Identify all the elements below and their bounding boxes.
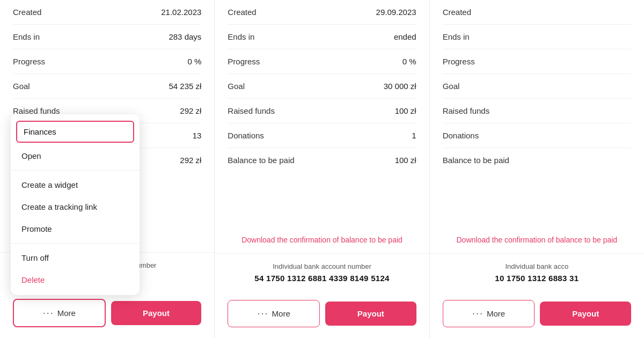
goal-row: Goal 54 235 zł bbox=[13, 74, 201, 99]
dropdown-create-widget[interactable]: Create a widget bbox=[11, 174, 140, 196]
c3-ends-in-label: Ends in bbox=[443, 32, 470, 41]
goal-value: 54 235 zł bbox=[169, 82, 201, 91]
cards-container: Created 21.02.2023 Ends in 283 days Prog… bbox=[0, 0, 644, 338]
c2-donations-row: Donations 1 bbox=[228, 123, 416, 148]
more-label-3: More bbox=[487, 309, 505, 318]
c3-created-label: Created bbox=[443, 8, 471, 17]
c3-goal-row: Goal bbox=[443, 74, 631, 99]
c2-raised-funds-row: Raised funds 100 zł bbox=[228, 99, 416, 123]
c2-progress-value: 0 % bbox=[402, 57, 416, 66]
c3-progress-row: Progress bbox=[443, 49, 631, 74]
c2-raised-funds-label: Raised funds bbox=[228, 106, 275, 115]
c2-raised-funds-value: 100 zł bbox=[395, 106, 416, 115]
c3-balance-label: Balance to be paid bbox=[443, 156, 509, 165]
dropdown-divider-1 bbox=[11, 170, 140, 171]
dropdown-promote[interactable]: Promote bbox=[11, 218, 140, 240]
more-dots-3: ··· bbox=[472, 308, 484, 319]
more-button-3[interactable]: ··· More bbox=[443, 300, 535, 327]
donations-value: 13 bbox=[193, 131, 202, 140]
dropdown-finances[interactable]: Finances bbox=[16, 121, 134, 143]
c2-balance-value: 100 zł bbox=[395, 156, 416, 165]
card-1-footer: ··· More Payout bbox=[0, 290, 214, 338]
card-3-footer: ··· More Payout bbox=[430, 291, 644, 338]
c3-raised-funds-label: Raised funds bbox=[443, 106, 490, 115]
c2-created-label: Created bbox=[228, 8, 256, 17]
created-label: Created bbox=[13, 8, 41, 17]
dropdown-create-tracking[interactable]: Create a tracking link bbox=[11, 196, 140, 218]
payout-button-2[interactable]: Payout bbox=[325, 302, 416, 326]
card-2: Created 29.09.2023 Ends in ended Progres… bbox=[215, 0, 429, 338]
c3-donations-label: Donations bbox=[443, 131, 479, 140]
more-button-1[interactable]: ··· More bbox=[13, 299, 106, 327]
c2-goal-label: Goal bbox=[228, 82, 245, 91]
c2-donations-label: Donations bbox=[228, 131, 264, 140]
raised-funds-value: 292 zł bbox=[180, 106, 201, 115]
c2-progress-label: Progress bbox=[228, 57, 260, 66]
progress-label: Progress bbox=[13, 57, 45, 66]
c2-ends-in-row: Ends in ended bbox=[228, 25, 416, 49]
dropdown-divider-2 bbox=[11, 243, 140, 244]
c2-goal-value: 30 000 zł bbox=[384, 82, 416, 91]
card-2-footer: ··· More Payout bbox=[215, 291, 429, 338]
ends-in-value: 283 days bbox=[169, 32, 201, 41]
c2-goal-row: Goal 30 000 zł bbox=[228, 74, 416, 99]
c3-balance-row: Balance to be paid bbox=[443, 148, 631, 172]
c2-donations-value: 1 bbox=[412, 131, 416, 140]
card-3: Created Ends in Progress Goal Raised fun… bbox=[430, 0, 644, 338]
c2-balance-row: Balance to be paid 100 zł bbox=[228, 148, 416, 172]
dropdown-delete[interactable]: Delete bbox=[11, 269, 140, 291]
balance-value: 292 zł bbox=[180, 156, 201, 165]
goal-label: Goal bbox=[13, 82, 30, 91]
c3-raised-funds-row: Raised funds bbox=[443, 99, 631, 123]
more-dots-1: ··· bbox=[43, 307, 54, 319]
dropdown-open[interactable]: Open bbox=[11, 145, 140, 167]
bank-label-3: Individual bank acco bbox=[443, 262, 631, 270]
c2-progress-row: Progress 0 % bbox=[228, 49, 416, 74]
card-2-info-table: Created 29.09.2023 Ends in ended Progres… bbox=[215, 0, 429, 230]
card-1: Created 21.02.2023 Ends in 283 days Prog… bbox=[0, 0, 215, 338]
ends-in-label: Ends in bbox=[13, 32, 40, 41]
c2-ends-in-label: Ends in bbox=[228, 32, 254, 41]
bank-number-3: 10 1750 1312 6883 31 bbox=[443, 274, 631, 283]
c2-created-row: Created 29.09.2023 bbox=[228, 0, 416, 25]
c2-created-value: 29.09.2023 bbox=[376, 8, 416, 17]
c3-progress-label: Progress bbox=[443, 57, 475, 66]
bank-number-2: 54 1750 1312 6881 4339 8149 5124 bbox=[228, 274, 416, 283]
c3-ends-in-row: Ends in bbox=[443, 25, 631, 49]
c3-donations-row: Donations bbox=[443, 123, 631, 148]
bank-label-2: Individual bank account number bbox=[228, 262, 416, 270]
more-dots-2: ··· bbox=[258, 308, 269, 319]
card-3-info-table: Created Ends in Progress Goal Raised fun… bbox=[430, 0, 644, 230]
c3-created-row: Created bbox=[443, 0, 631, 25]
ends-in-row: Ends in 283 days bbox=[13, 25, 201, 49]
c2-balance-label: Balance to be paid bbox=[228, 156, 294, 165]
bank-section-3: Individual bank acco 10 1750 1312 6883 3… bbox=[430, 253, 644, 291]
more-button-2[interactable]: ··· More bbox=[228, 300, 320, 327]
download-link-2[interactable]: Download the confirmation of balance to … bbox=[215, 230, 429, 253]
more-label-2: More bbox=[272, 309, 290, 318]
dropdown-turn-off[interactable]: Turn off bbox=[11, 247, 140, 269]
more-label-1: More bbox=[57, 308, 76, 318]
download-link-3[interactable]: Download the confirmation of balance to … bbox=[430, 230, 644, 253]
bank-section-2: Individual bank account number 54 1750 1… bbox=[215, 253, 429, 291]
c2-ends-in-value: ended bbox=[394, 32, 416, 41]
progress-value: 0 % bbox=[187, 57, 201, 66]
payout-button-3[interactable]: Payout bbox=[540, 302, 631, 326]
created-value: 21.02.2023 bbox=[161, 8, 201, 17]
c3-goal-label: Goal bbox=[443, 82, 460, 91]
progress-row: Progress 0 % bbox=[13, 49, 201, 74]
created-row: Created 21.02.2023 bbox=[13, 0, 201, 25]
dropdown-menu: Finances Open Create a widget Create a t… bbox=[11, 114, 140, 295]
payout-button-1[interactable]: Payout bbox=[111, 301, 202, 325]
